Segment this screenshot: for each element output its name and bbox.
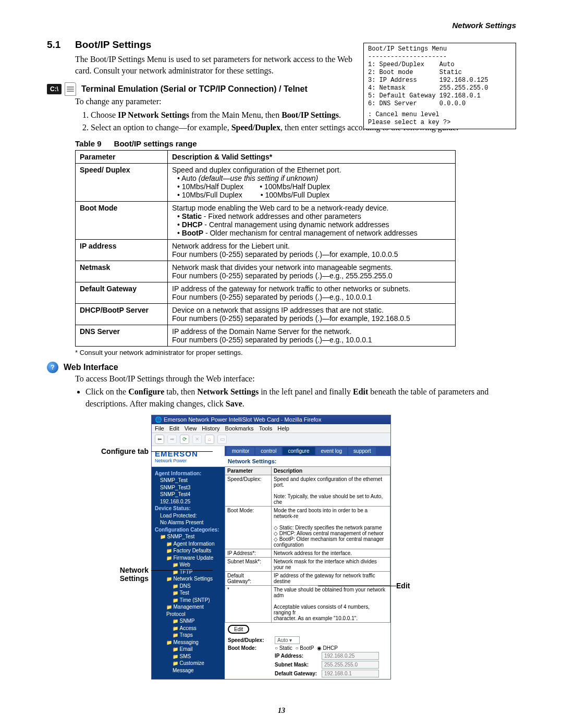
sub2-lead: To access Boot/IP Settings through the W… bbox=[75, 373, 516, 385]
sidebar-tree-item[interactable]: Network Settings bbox=[155, 575, 222, 583]
device-status-item: Load Protected: bbox=[155, 512, 222, 520]
sidebar-tree-item[interactable]: SNMP_Test bbox=[155, 533, 222, 540]
sidebar-tree-item[interactable]: DNS bbox=[155, 583, 222, 590]
boot-mode-option[interactable]: ◉ DHCP bbox=[317, 645, 341, 651]
browser-menubar[interactable]: FileEditViewHistoryBookmarksToolsHelp bbox=[152, 424, 390, 433]
ip-address-label: IP Address: bbox=[275, 653, 322, 659]
screenshot-figure: Configure tab Network Settings Edit 🌐 Em… bbox=[151, 415, 474, 680]
boot-mode-option[interactable]: ○ Static bbox=[275, 645, 295, 651]
default-gateway-input[interactable]: 192.168.0.1 bbox=[322, 670, 379, 677]
table-row: Speed/ DuplexSpeed and duplex configurat… bbox=[76, 163, 456, 201]
table-caption: Table 9Boot/IP settings range bbox=[75, 139, 516, 148]
sidebar-tree-item[interactable]: Firmware Update bbox=[155, 554, 222, 562]
terminal-menu-box: Boot/IP Settings Menu ------------------… bbox=[363, 43, 516, 129]
menu-item[interactable]: History bbox=[202, 425, 219, 431]
web-bullet: Click on the Configure tab, then Network… bbox=[85, 386, 516, 410]
terminal-row: 5: Default Gateway 192.168.0.1 bbox=[368, 92, 511, 100]
menu-item[interactable]: File bbox=[155, 425, 164, 431]
table-row: IP Address*:Network address for the inte… bbox=[225, 549, 390, 557]
table-row: DNS ServerIP address of the Domain Name … bbox=[76, 325, 456, 346]
tab-support[interactable]: support bbox=[348, 447, 376, 455]
callout-edit: Edit bbox=[396, 582, 410, 590]
terminal-row: 1: Speed/Duplex Auto bbox=[368, 61, 511, 69]
table-row: Boot ModeStartup mode enabling the Web c… bbox=[76, 201, 456, 239]
menu-item[interactable]: Edit bbox=[169, 425, 179, 431]
sidebar-tree-item[interactable]: SNMP bbox=[155, 618, 222, 625]
agent-info-heading: Agent Information: bbox=[155, 471, 201, 476]
table-row: DHCP/BootP ServerDevice on a network tha… bbox=[76, 303, 456, 325]
menu-item[interactable]: Tools bbox=[259, 425, 273, 431]
tabs-row[interactable]: monitorcontrolconfigureevent logsupport bbox=[225, 446, 390, 456]
ip-address-input[interactable]: 192.168.0.25 bbox=[322, 652, 379, 660]
terminal-row: 3: IP Address 192.168.0.125 bbox=[368, 77, 511, 84]
terminal-row: 4: Netmask 255.255.255.0 bbox=[368, 84, 511, 92]
sidebar-tree-item[interactable]: Traps bbox=[155, 632, 222, 639]
table-row: Default GatewayIP address of the gateway… bbox=[76, 282, 456, 303]
device-status-item: No Alarms Present bbox=[155, 519, 222, 526]
section-number: 5.1 bbox=[47, 39, 75, 51]
menu-item[interactable]: Bookmarks bbox=[225, 425, 254, 431]
speed-duplex-select[interactable]: Auto ▾ bbox=[275, 636, 300, 644]
table-row: *The value should be obtained from your … bbox=[225, 585, 390, 622]
browser-toolbar[interactable]: ⬅ ➡ ⟳ ✕ ⌂ ▭ bbox=[152, 433, 390, 446]
reload-button[interactable]: ⟳ bbox=[180, 435, 189, 444]
sidebar-tree-item[interactable]: Email bbox=[155, 646, 222, 653]
back-button[interactable]: ⬅ bbox=[155, 435, 164, 444]
sidebar-tree-item[interactable]: Agent Information bbox=[155, 540, 222, 548]
table-row: NetmaskNetwork mask that divides your ne… bbox=[76, 261, 456, 282]
terminal-sep: --------------------- bbox=[368, 53, 511, 61]
browser-window: 🌐 Emerson Network Power IntelliSlot Web … bbox=[151, 415, 391, 680]
sidebar-tree-item[interactable]: Management Protocol bbox=[155, 603, 222, 618]
boot-mode-radios[interactable]: ○ Static ○ BootP ◉ DHCP bbox=[275, 645, 340, 651]
menu-item[interactable]: Help bbox=[277, 425, 289, 431]
config-cat-heading: Configuration Categories: bbox=[155, 527, 219, 533]
brand-area: EMERSON Network Power bbox=[152, 446, 225, 467]
sidebar-tree-item[interactable]: Time (SNTP) bbox=[155, 597, 222, 604]
pane-heading: Network Settings: bbox=[225, 456, 390, 466]
menu-item[interactable]: View bbox=[185, 425, 197, 431]
tab-control[interactable]: control bbox=[255, 447, 282, 455]
sidebar-tree-item[interactable]: Factory Defaults bbox=[155, 547, 222, 554]
tab-configure[interactable]: configure bbox=[283, 447, 314, 455]
sidebar-tree-item[interactable]: SMS bbox=[155, 653, 222, 660]
sidebar-tree-item[interactable]: Access bbox=[155, 625, 222, 632]
speed-duplex-label: Speed/Duplex: bbox=[228, 637, 275, 643]
settings-table: Parameter Description & Valid Settings* … bbox=[75, 150, 456, 347]
terminal-title: Boot/IP Settings Menu bbox=[368, 45, 511, 53]
home-button[interactable]: ⌂ bbox=[205, 435, 214, 444]
terminal-row: 2: Boot mode Static bbox=[368, 69, 511, 77]
table-row: IP addressNetwork address for the Lieber… bbox=[76, 239, 456, 261]
running-header: Network Settings bbox=[47, 21, 516, 30]
subnet-mask-input[interactable]: 255.255.255.0 bbox=[322, 661, 379, 669]
network-settings-table: Parameter Description Speed/Duplex:Speed… bbox=[225, 466, 390, 623]
agent-info-item: SNMP_Test3 bbox=[155, 484, 222, 491]
boot-mode-label: Boot Mode: bbox=[228, 645, 275, 651]
forward-button[interactable]: ➡ bbox=[167, 435, 177, 444]
terminal-row: 6: DNS Server 0.0.0.0 bbox=[368, 100, 511, 108]
sidebar-tree-item[interactable]: Web bbox=[155, 561, 222, 569]
table-header-description: Description & Valid Settings* bbox=[168, 150, 456, 163]
sidebar-tree-item[interactable]: Messaging bbox=[155, 639, 222, 646]
page-button[interactable]: ▭ bbox=[217, 435, 227, 444]
page-number: 13 bbox=[0, 707, 563, 715]
table-row: Default Gateway*:IP address of the gatew… bbox=[225, 571, 390, 585]
tab-monitor[interactable]: monitor bbox=[227, 447, 254, 455]
sidebar: Agent Information: SNMP_TestSNMP_Test3SN… bbox=[152, 467, 225, 680]
sidebar-tree-item[interactable]: Test bbox=[155, 589, 222, 597]
table-row: Boot Mode:Mode the card boots into in or… bbox=[225, 506, 390, 549]
command-prompt-icon: C:\ bbox=[47, 84, 62, 94]
sidebar-tree-item[interactable]: Customize Message bbox=[155, 660, 222, 674]
subheading-web: Web Interface bbox=[64, 363, 516, 372]
tab-event-log[interactable]: event log bbox=[316, 447, 348, 455]
browser-titlebar: 🌐 Emerson Network Power IntelliSlot Web … bbox=[152, 415, 390, 424]
boot-mode-option[interactable]: ○ BootP bbox=[295, 645, 316, 651]
table-row: Subnet Mask*:Network mask for the interf… bbox=[225, 557, 390, 571]
edit-button[interactable]: Edit bbox=[228, 625, 249, 634]
device-status-heading: Device Status: bbox=[155, 505, 191, 511]
subnet-mask-label: Subnet Mask: bbox=[275, 662, 322, 668]
stop-button[interactable]: ✕ bbox=[192, 435, 202, 444]
section-title: Boot/IP Settings bbox=[75, 39, 151, 51]
terminal-esc: : Cancel menu level bbox=[368, 111, 511, 119]
globe-icon: ? bbox=[47, 362, 58, 373]
document-icon bbox=[65, 82, 76, 96]
